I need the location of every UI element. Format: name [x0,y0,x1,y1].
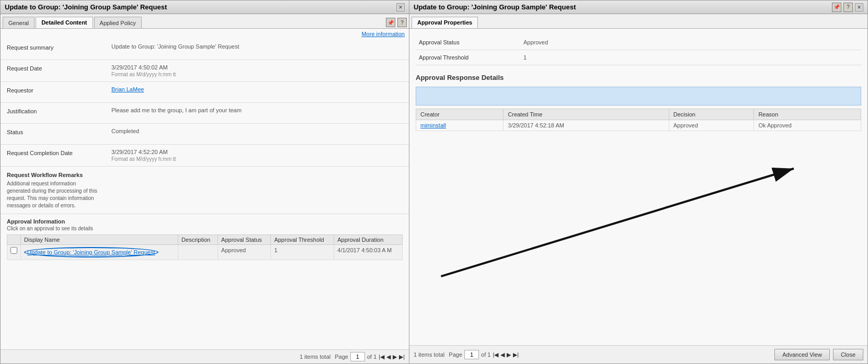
left-close-button[interactable]: × [396,3,405,11]
right-page-label: Page [449,351,462,358]
right-titlebar: Update to Group: 'Joining Group Sample' … [409,1,867,14]
remarks-value [111,171,403,209]
left-content: More information Request summary Update … [1,29,409,349]
request-date-row: Request Date 3/29/2017 4:50:02 AM Format… [1,60,409,82]
response-table: Creator Created Time Decision Reason mim… [416,109,861,131]
tab-general[interactable]: General [3,17,35,28]
completion-date-row: Request Completion Date 3/29/2017 4:52:2… [1,145,409,167]
approval-status-row: Approval Status Approved [416,35,861,50]
right-last-page-btn[interactable]: ▶| [513,351,519,358]
right-footer-left: 1 items total Page of 1 |◀ ◀ ▶ ▶| [414,350,519,359]
right-of-label: of 1 [481,351,490,358]
approval-threshold-row: Approval Threshold 1 [416,50,861,65]
col-display-name: Display Name [21,235,178,245]
approval-title: Approval Information [7,218,403,225]
right-panel: Update to Group: 'Joining Group Sample' … [409,0,868,364]
right-content: Approval Status Approved Approval Thresh… [409,29,867,345]
right-pin-button[interactable]: 📌 [832,3,841,12]
col-threshold: Approval Threshold [271,235,334,245]
response-created-time: 3/29/2017 4:52:18 AM [504,120,669,131]
requestor-value[interactable]: Brian LaMee [111,86,403,92]
right-page-input[interactable] [464,350,479,359]
response-col-created-time: Created Time [504,109,669,120]
row-duration: 4/1/2017 4:50:03 A M [334,245,403,260]
left-title: Update to Group: 'Joining Group Sample' … [5,3,167,11]
right-footer-buttons: Advanced View Close [774,349,863,360]
approval-threshold-label: Approval Threshold [416,50,520,65]
advanced-view-button[interactable]: Advanced View [774,349,830,360]
col-description: Description [178,235,218,245]
col-check [7,235,21,245]
first-page-btn[interactable]: |◀ [379,354,384,360]
right-first-page-btn[interactable]: |◀ [493,351,498,358]
response-col-decision: Decision [669,109,754,120]
request-summary-value: Update to Group: 'Joining Group Sample' … [111,43,403,50]
response-decision: Approved [669,120,754,131]
status-row: Status Completed [1,124,409,145]
request-summary-row: Request summary Update to Group: 'Joinin… [1,39,409,60]
response-creator[interactable]: miminstall [416,120,504,131]
remarks-row: Request Workflow Remarks Additional requ… [1,167,409,214]
response-row: miminstall 3/29/2017 4:52:18 AM Approved… [416,120,861,131]
approval-threshold-value: 1 [520,50,861,65]
help-button[interactable]: ? [397,18,407,27]
response-col-reason: Reason [754,109,861,120]
request-summary-label: Request summary [7,43,111,51]
approval-section: Approval Information Click on an approva… [1,214,409,264]
right-close-x-button[interactable]: × [855,3,863,11]
approval-status-value: Approved [520,35,861,50]
row-name: Update to Group: 'Joining Group Sample' … [21,245,178,260]
status-value: Completed [111,128,403,134]
left-pagination: Page of 1 |◀ ◀ ▶ ▶| [335,352,405,361]
right-prev-page-btn[interactable]: ◀ [500,351,505,358]
status-label: Status [7,128,111,135]
row-status: Approved [218,245,271,260]
right-items-total: 1 items total [414,351,444,358]
page-input[interactable] [350,352,365,361]
right-help-button[interactable]: ? [843,3,853,12]
completion-date-label: Request Completion Date [7,149,111,156]
row-checkbox[interactable] [10,247,17,254]
right-footer: 1 items total Page of 1 |◀ ◀ ▶ ▶| Advanc… [409,345,867,363]
remarks-label-col: Request Workflow Remarks Additional requ… [7,171,111,209]
close-button[interactable]: Close [833,349,863,360]
remarks-desc: Additional request information generated… [7,180,101,209]
left-panel: Update to Group: 'Joining Group Sample' … [0,0,409,364]
justification-value: Please add me to the group, I am part of… [111,107,403,113]
pin-button[interactable]: 📌 [386,18,395,27]
last-page-btn[interactable]: ▶| [399,354,405,360]
left-items-total: 1 items total [300,354,330,360]
left-titlebar: Update to Group: 'Joining Group Sample' … [1,1,409,14]
svg-line-1 [441,169,794,276]
tab-applied-policy[interactable]: Applied Policy [94,17,142,28]
remarks-title: Request Workflow Remarks [7,172,111,178]
approval-subtitle: Click on an approval to see its details [7,226,403,231]
col-duration: Approval Duration [334,235,403,245]
tab-approval-properties[interactable]: Approval Properties [412,17,478,28]
left-footer: 1 items total Page of 1 |◀ ◀ ▶ ▶| [1,349,409,363]
response-reason: Ok Approved [754,120,861,131]
left-tabs-bar: General Detailed Content Applied Policy … [1,14,409,29]
next-page-btn[interactable]: ▶ [393,354,397,360]
more-info-link[interactable]: More information [361,31,405,37]
approval-table: Display Name Description Approval Status… [7,234,403,260]
approval-name-link[interactable]: Update to Group: 'Joining Group Sample' … [24,247,158,257]
request-date-value: 3/29/2017 4:50:02 AM Format as M/d/yyyy … [111,64,403,77]
of-label: of 1 [367,354,376,360]
justification-row: Justification Please add me to the group… [1,103,409,124]
response-highlight-box [416,87,861,105]
response-col-creator: Creator [416,109,504,120]
row-checkbox-cell [7,245,21,260]
request-date-label: Request Date [7,64,111,72]
right-title: Update to Group: 'Joining Group Sample' … [414,3,576,11]
approval-row: Update to Group: 'Joining Group Sample' … [7,245,403,260]
page-label: Page [335,354,348,360]
right-next-page-btn[interactable]: ▶ [507,351,511,358]
row-threshold: 1 [271,245,334,260]
prev-page-btn[interactable]: ◀ [386,354,391,360]
justification-label: Justification [7,107,111,114]
tab-detailed-content[interactable]: Detailed Content [36,17,93,28]
approval-props-table: Approval Status Approved Approval Thresh… [416,35,861,65]
row-description [178,245,218,260]
requestor-label: Requestor [7,86,111,93]
